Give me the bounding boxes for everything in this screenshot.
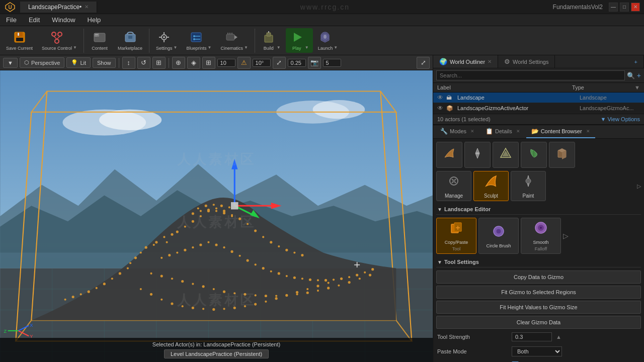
copy-data-to-gizmo-btn[interactable]: Copy Data to Gizmo <box>436 270 641 284</box>
fit-height-values-btn[interactable]: Fit Height Values to Gizmo Size <box>436 301 641 314</box>
tool-strength-input[interactable] <box>512 332 552 341</box>
tool-strength-row: Tool Strength ▲ <box>436 331 641 343</box>
outliner-tab-close[interactable]: ✕ <box>488 59 492 64</box>
menu-file[interactable]: File <box>4 15 19 25</box>
toolbar-cinematics[interactable]: Cinematics ▼ <box>216 28 252 53</box>
camera-speed-field[interactable]: 5 <box>323 59 341 67</box>
svg-point-18 <box>163 36 165 38</box>
fit-gizmo-to-regions-btn[interactable]: Fit Gizmo to Selected Regions <box>436 286 641 299</box>
svg-point-85 <box>301 254 303 256</box>
circle-brush-btn[interactable]: Circle Brush <box>478 218 519 254</box>
visibility-icon-2[interactable]: 👁 <box>437 105 446 112</box>
expand-arrow[interactable]: ▷ <box>637 183 641 190</box>
translate-tool-btn[interactable]: ↕ <box>122 57 135 69</box>
rotate-tool-btn[interactable]: ↺ <box>137 57 150 69</box>
smooth-falloff-btn[interactable]: Smooth Falloff <box>521 218 561 254</box>
viewport-mode-toggle[interactable]: ▼ <box>3 58 18 68</box>
outliner-row-landscape[interactable]: 👁 🏔 Landscape Landscape <box>433 93 644 103</box>
copy-paste-tool-btn[interactable]: Copy/Paste Tool <box>436 218 476 254</box>
svg-rect-34 <box>267 33 271 36</box>
menu-edit[interactable]: Edit <box>27 15 42 25</box>
svg-point-6 <box>52 32 56 36</box>
tab-details[interactable]: 📋 Details ✕ <box>480 125 525 138</box>
svg-point-41 <box>276 101 349 124</box>
sculpt-btn[interactable]: Sculpt <box>473 171 509 201</box>
svg-point-201 <box>526 178 531 184</box>
svg-point-80 <box>262 236 264 238</box>
lit-button[interactable]: 💡 Lit <box>66 57 91 68</box>
svg-point-76 <box>231 214 233 216</box>
titlebar: U LandscapePractice• ✕ www.rrcg.cn Funda… <box>0 0 644 14</box>
svg-point-87 <box>119 272 121 275</box>
details-tab-close[interactable]: ✕ <box>516 129 520 134</box>
tab-modes[interactable]: 🔧 Modes ✕ <box>435 125 479 138</box>
toolbar-blueprints[interactable]: Blueprints ▼ <box>182 28 215 53</box>
tool-box[interactable] <box>549 142 575 168</box>
tool-paint-main[interactable] <box>464 142 491 168</box>
minimize-button[interactable]: — <box>609 3 618 12</box>
svg-point-127 <box>192 283 194 285</box>
perspective-button[interactable]: ⬡ Perspective <box>20 57 64 68</box>
svg-rect-14 <box>95 36 97 37</box>
outliner-row-gizmo[interactable]: 👁 📦 LandscapeGizmoActiveActor LandscapeG… <box>433 103 644 114</box>
add-actor-icon[interactable]: + <box>637 71 641 79</box>
tools-expand-arrow[interactable]: ▷ <box>563 232 569 240</box>
landscape-editor-header[interactable]: ▼ Landscape Editor <box>436 204 641 215</box>
tool-erode[interactable] <box>493 142 519 168</box>
menu-window[interactable]: Window <box>50 15 77 25</box>
modes-tab-close[interactable]: ✕ <box>470 129 474 134</box>
paint-btn[interactable]: Paint <box>511 171 546 201</box>
svg-point-161 <box>306 288 308 290</box>
scale-snap-field[interactable]: 0.25 <box>288 59 306 67</box>
svg-line-179 <box>234 206 255 216</box>
outliner-search-input[interactable] <box>436 70 625 80</box>
camera-speed-btn[interactable]: 📷 <box>308 57 321 69</box>
clear-gizmo-data-btn[interactable]: Clear Gizmo Data <box>436 316 641 329</box>
svg-point-157 <box>265 301 267 303</box>
project-tab[interactable]: LandscapePractice• ✕ <box>20 2 97 13</box>
tool-sculpt-main[interactable] <box>436 142 462 168</box>
manage-btn[interactable]: Manage <box>436 171 471 201</box>
project-name: FundamentalsVol2 <box>553 4 603 11</box>
content-browser-tab-close[interactable]: ✕ <box>586 129 590 134</box>
grid-size-field[interactable]: 10 <box>217 59 235 67</box>
toolbar-marketplace[interactable]: Marketplace <box>114 28 146 53</box>
menu-help[interactable]: Help <box>86 15 103 25</box>
tab-content-browser[interactable]: 📂 Content Browser ✕ <box>526 125 595 138</box>
svg-point-200 <box>452 179 455 183</box>
paste-mode-select[interactable]: Both Raise Lower <box>512 346 562 356</box>
world-local-btn[interactable]: ⊕ <box>172 57 185 69</box>
toolbar-settings[interactable]: Settings ▼ <box>152 28 181 53</box>
visibility-icon[interactable]: 👁 <box>437 94 446 101</box>
show-button[interactable]: Show <box>93 58 116 68</box>
toolbar-save-current[interactable]: Save Current <box>2 28 37 53</box>
toolbar-build[interactable]: Build ▼ <box>258 28 285 53</box>
tool-leaf[interactable] <box>521 142 547 168</box>
svg-point-92 <box>80 293 82 295</box>
grid-snap-btn[interactable]: ⊞ <box>202 57 215 69</box>
watermark-text: www.rrcg.cn <box>97 3 552 11</box>
rotation-snap-field[interactable]: 10° <box>253 59 271 67</box>
world-settings-tab[interactable]: ⚙ World Settings <box>498 55 555 68</box>
warning-btn[interactable]: ⚠ <box>237 57 251 69</box>
maximize-button[interactable]: □ <box>620 3 629 12</box>
scale-tool-btn[interactable]: ⊞ <box>152 57 166 69</box>
svg-point-115 <box>317 279 319 281</box>
world-outliner-tab[interactable]: 🌍 World Outliner ✕ <box>433 55 498 68</box>
view-options-btn[interactable]: ▼ View Options <box>600 116 640 122</box>
window-controls[interactable]: — □ ✕ <box>609 3 640 12</box>
scale-icon-btn[interactable]: ⤢ <box>273 57 286 69</box>
maximize-viewport-btn[interactable]: ⤢ <box>417 57 430 69</box>
svg-point-162 <box>316 285 319 287</box>
tool-settings-header[interactable]: ▼ Tool Settings <box>436 257 641 267</box>
toolbar-play[interactable]: Play ▼ <box>286 28 313 53</box>
toolbar-launch[interactable]: Launch ▼ <box>314 28 342 53</box>
outliner-add-btn[interactable]: + <box>628 55 644 68</box>
surface-snapping-btn[interactable]: ◈ <box>187 57 200 69</box>
toolbar-source-control[interactable]: Source Control ▼ <box>38 28 81 53</box>
close-button[interactable]: ✕ <box>631 3 640 12</box>
filter-icon[interactable]: ▼ <box>634 84 640 90</box>
svg-point-172 <box>215 210 217 212</box>
toolbar-content[interactable]: Content <box>87 28 113 53</box>
viewport[interactable]: + 人人素材区 人人素材区 人人素材区 X Y Z <box>0 70 433 362</box>
